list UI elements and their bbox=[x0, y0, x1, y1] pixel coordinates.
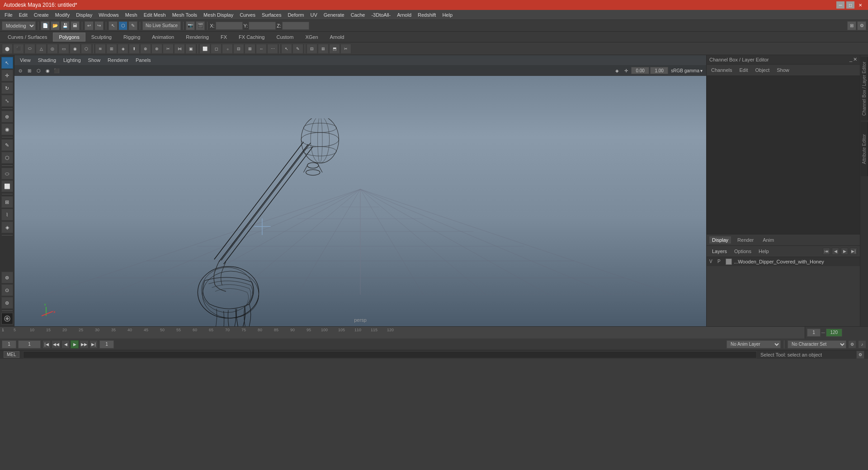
fill-icon-btn[interactable]: ▣ bbox=[185, 44, 196, 54]
select-tool-button[interactable]: ↖ bbox=[108, 21, 118, 30]
cube-icon-btn[interactable]: ⬛ bbox=[13, 44, 24, 54]
step-forward-btn[interactable]: ▶▶ bbox=[80, 340, 89, 348]
prism-icon-btn[interactable]: ⬡ bbox=[81, 44, 92, 54]
tab-show[interactable]: Show bbox=[775, 66, 791, 74]
tab-render[interactable]: Render bbox=[735, 236, 756, 244]
select-tool[interactable]: ↖ bbox=[1, 57, 13, 69]
status-settings-btn[interactable]: ⚙ bbox=[856, 351, 864, 359]
render-button[interactable]: 🎬 bbox=[196, 21, 205, 30]
tab-xgen[interactable]: XGen bbox=[299, 33, 324, 42]
channel-box-close[interactable]: ✕ bbox=[853, 56, 857, 62]
edges-icon-btn[interactable]: ⬜ bbox=[199, 44, 210, 54]
tab-custom[interactable]: Custom bbox=[271, 33, 300, 42]
camera-track-tool[interactable]: ⊙ bbox=[1, 284, 13, 296]
vp-gamma-btn[interactable]: sRGB gamma ▾ bbox=[669, 66, 704, 75]
universal-manip-tool[interactable]: ⊕ bbox=[1, 111, 13, 122]
timeline-ruler[interactable]: 1 5 10 15 20 25 30 35 40 45 50 55 60 65 … bbox=[0, 327, 805, 338]
new-file-button[interactable]: 📄 bbox=[41, 21, 50, 30]
go-to-start-btn[interactable]: |◀ bbox=[42, 340, 51, 348]
loop-icon-btn[interactable]: ◻ bbox=[211, 44, 222, 54]
uv-project-icon-btn[interactable]: ⬒ bbox=[329, 44, 340, 54]
step-back-btn[interactable]: ◀◀ bbox=[52, 340, 61, 348]
render-settings-button[interactable]: ⚙ bbox=[857, 21, 866, 30]
cone-icon-btn[interactable]: △ bbox=[36, 44, 47, 54]
select-icon-btn[interactable]: ↖ bbox=[281, 44, 292, 54]
tab-edit[interactable]: Edit bbox=[737, 66, 750, 74]
tab-arnold[interactable]: Arnold bbox=[324, 33, 350, 42]
display-options-button[interactable]: ⊞ bbox=[847, 21, 856, 30]
tab-rigging[interactable]: Rigging bbox=[118, 33, 146, 42]
range-start-input[interactable] bbox=[807, 329, 821, 337]
sub-tab-options[interactable]: Options bbox=[731, 248, 754, 255]
vp-isolate-btn[interactable]: ◈ bbox=[613, 66, 621, 75]
paint-tool-button[interactable]: ✎ bbox=[128, 21, 137, 30]
channel-box-vtab[interactable]: Channel Box / Layer Editor bbox=[861, 57, 868, 120]
merge-icon-btn[interactable]: ⋯ bbox=[267, 44, 278, 54]
current-frame-left[interactable] bbox=[2, 340, 16, 348]
menu-curves[interactable]: Curves bbox=[237, 11, 258, 19]
menu-3dtoall[interactable]: -3DtoAll- bbox=[368, 11, 393, 19]
layer-play-btn[interactable]: ▶ bbox=[841, 248, 848, 255]
menu-create[interactable]: Create bbox=[31, 11, 52, 19]
mode-selector[interactable]: Modeling bbox=[2, 21, 36, 30]
marquee-tool[interactable]: ⬜ bbox=[1, 180, 13, 192]
paint-attr-tool[interactable]: ✎ bbox=[1, 139, 13, 151]
no-live-surface-button[interactable]: No Live Surface bbox=[142, 21, 181, 30]
layer-prev-btn[interactable]: ◀ bbox=[832, 248, 839, 255]
vp-shaded-btn[interactable]: ◉ bbox=[43, 66, 52, 75]
extract-icon-btn[interactable]: ✂ bbox=[163, 44, 174, 54]
menu-mesh-display[interactable]: Mesh Display bbox=[201, 11, 236, 19]
vp-menu-renderer[interactable]: Renderer bbox=[105, 56, 131, 64]
slide-icon-btn[interactable]: ↔ bbox=[256, 44, 267, 54]
range-end-display[interactable] bbox=[826, 329, 842, 337]
tab-polygons[interactable]: Polygons bbox=[53, 33, 85, 42]
close-button[interactable]: ✕ bbox=[856, 1, 864, 9]
maximize-button[interactable]: □ bbox=[846, 1, 854, 9]
smooth-icon-btn[interactable]: ≋ bbox=[95, 44, 106, 54]
sub-tab-layers[interactable]: Layers bbox=[709, 248, 730, 255]
sub-tab-help[interactable]: Help bbox=[756, 248, 772, 255]
render-icon-btn[interactable] bbox=[1, 313, 13, 324]
uv-editor-icon-btn[interactable]: ⊟ bbox=[307, 44, 317, 54]
tab-channels[interactable]: Channels bbox=[709, 66, 734, 74]
z-input[interactable] bbox=[282, 22, 309, 30]
sphere-icon-btn[interactable]: ⬤ bbox=[2, 44, 13, 54]
layer-visibility[interactable]: V bbox=[709, 259, 716, 264]
channel-box-minimize[interactable]: _ bbox=[849, 56, 852, 62]
undo-button[interactable]: ↩ bbox=[85, 21, 94, 30]
character-set-selector[interactable]: No Character Set bbox=[788, 340, 846, 348]
menu-edit-mesh[interactable]: Edit Mesh bbox=[141, 11, 169, 19]
vp-menu-panels[interactable]: Panels bbox=[133, 56, 154, 64]
offset-icon-btn[interactable]: ⊠ bbox=[245, 44, 255, 54]
vp-menu-view[interactable]: View bbox=[17, 56, 33, 64]
bc-audio-btn[interactable]: ♪ bbox=[858, 340, 866, 348]
save-as-button[interactable]: 🖬 bbox=[71, 21, 80, 30]
rotate-tool[interactable]: ↻ bbox=[1, 82, 13, 94]
snap-grid-tool[interactable]: ⊞ bbox=[1, 196, 13, 208]
menu-file[interactable]: File bbox=[2, 11, 15, 19]
vp-wireframe-btn[interactable]: ⬡ bbox=[34, 66, 42, 75]
layer-next-btn[interactable]: ▶| bbox=[850, 248, 857, 255]
gamma-dropdown-icon[interactable]: ▾ bbox=[700, 68, 703, 73]
anim-layer-selector[interactable]: No Anim Layer bbox=[726, 340, 781, 348]
save-file-button[interactable]: 💾 bbox=[61, 21, 70, 30]
vp-camera-btn[interactable]: ⊙ bbox=[16, 66, 24, 75]
menu-generate[interactable]: Generate bbox=[321, 11, 347, 19]
layer-item[interactable]: V P ...Wooden_Dipper_Covered_with_Honey bbox=[707, 257, 860, 266]
layer-pickable[interactable]: P bbox=[717, 259, 724, 264]
menu-surfaces[interactable]: Surfaces bbox=[259, 11, 284, 19]
soft-mod-tool[interactable]: ◉ bbox=[1, 123, 13, 135]
open-file-button[interactable]: 📂 bbox=[51, 21, 60, 30]
snap-curve-tool[interactable]: ⌇ bbox=[1, 209, 13, 221]
bevel-icon-btn[interactable]: ◈ bbox=[118, 44, 128, 54]
menu-deform[interactable]: Deform bbox=[285, 11, 307, 19]
menu-mesh-tools[interactable]: Mesh Tools bbox=[170, 11, 200, 19]
vp-menu-shading[interactable]: Shading bbox=[35, 56, 59, 64]
vp-menu-lighting[interactable]: Lighting bbox=[61, 56, 84, 64]
minimize-button[interactable]: ─ bbox=[836, 1, 844, 9]
extrude-icon-btn[interactable]: ⬆ bbox=[129, 44, 140, 54]
menu-uv[interactable]: UV bbox=[307, 11, 320, 19]
menu-help[interactable]: Help bbox=[439, 11, 455, 19]
menu-cache[interactable]: Cache bbox=[348, 11, 368, 19]
tab-animation[interactable]: Animation bbox=[146, 33, 180, 42]
